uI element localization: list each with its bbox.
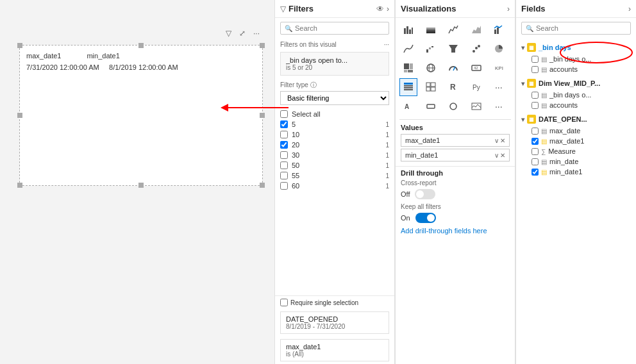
filter-value-30[interactable]: 30 1 <box>280 150 389 160</box>
field-dim-bin-days-checkbox[interactable] <box>531 92 539 99</box>
resize-bm[interactable] <box>138 183 144 188</box>
resize-tl[interactable] <box>17 43 22 48</box>
ribbon-chart-icon[interactable] <box>399 40 417 58</box>
scatter-icon[interactable] <box>467 40 485 58</box>
filter-value-60[interactable]: 60 1 <box>280 181 389 191</box>
viz-chevron-icon[interactable]: › <box>507 4 510 13</box>
dim-view-expand-icon: ▾ <box>521 80 524 87</box>
field-bin-days-o-checkbox[interactable] <box>531 56 539 63</box>
filter-value-55[interactable]: 55 1 <box>280 170 389 181</box>
text-box-icon[interactable]: A <box>399 97 417 115</box>
area-chart-icon[interactable] <box>467 21 485 38</box>
field-max-date1-checkbox[interactable] <box>531 138 539 145</box>
button-icon[interactable] <box>422 97 440 115</box>
stacked-bar-icon[interactable] <box>422 21 440 38</box>
filter-20-checkbox[interactable] <box>280 141 288 149</box>
remove-field-icon-2[interactable]: ✕ <box>500 152 505 159</box>
filter-60-checkbox[interactable] <box>280 182 288 190</box>
focus-icon[interactable]: ⤢ <box>237 28 248 39</box>
date-opened-filter[interactable]: DATE_OPENED 8/1/2019 - 7/31/2020 <box>280 311 389 334</box>
resize-bl[interactable] <box>17 183 22 188</box>
filter-55-checkbox[interactable] <box>280 172 288 179</box>
image-icon[interactable] <box>467 97 485 115</box>
table-icon[interactable] <box>399 78 417 96</box>
filter-50-checkbox[interactable] <box>280 161 288 169</box>
field-measure-checkbox[interactable] <box>531 148 539 155</box>
resize-mr[interactable] <box>260 113 265 118</box>
filters-search-box[interactable]: 🔍 <box>280 22 389 35</box>
require-single-checkbox[interactable] <box>280 299 288 306</box>
field-dim-accounts-checkbox[interactable] <box>531 102 539 109</box>
line-chart-icon[interactable] <box>444 21 462 38</box>
filters-search-input[interactable] <box>295 24 385 32</box>
filter-30-checkbox[interactable] <box>280 151 288 159</box>
field-group-dim-view: ▾ ▦ Dim View_MID_P... ▤ _bin days o... ▤… <box>516 76 636 112</box>
filter-5-checkbox[interactable] <box>280 120 288 128</box>
chevron-down-icon-2[interactable]: ∨ <box>494 152 499 159</box>
min-date-icon: ▤ <box>541 158 547 165</box>
field-min-date-checkbox[interactable] <box>531 158 539 165</box>
kpi-icon[interactable]: KPI <box>490 59 508 77</box>
field-max-date-checkbox[interactable] <box>531 128 539 135</box>
pie-chart-icon[interactable] <box>490 40 508 58</box>
resize-tr[interactable] <box>260 43 265 48</box>
max-date1-icon: ▤ <box>541 138 547 145</box>
treemap-icon[interactable] <box>399 59 417 77</box>
resize-ml[interactable] <box>17 113 22 118</box>
viz-field-max-date1-label: max_date1 <box>405 136 494 144</box>
card-icon[interactable]: 42 <box>467 59 485 77</box>
on-label: On <box>401 214 410 222</box>
field-min-date1-checkbox[interactable] <box>531 169 539 176</box>
filter-10-checkbox[interactable] <box>280 131 288 138</box>
filter-icon[interactable]: ▽ <box>222 28 234 39</box>
combo-chart-icon[interactable] <box>490 21 508 38</box>
dim-field-icon: ▤ <box>541 92 547 99</box>
fields-search-box[interactable]: 🔍 <box>521 22 631 35</box>
keep-filters-toggle-thumb <box>427 214 435 222</box>
filters-chevron-icon[interactable]: › <box>387 4 389 13</box>
remove-field-icon[interactable]: ✕ <box>500 137 505 144</box>
more-icon[interactable]: ··· <box>251 28 262 39</box>
more-visuals-icon[interactable]: ··· <box>490 78 508 96</box>
viz-field-min-date1[interactable]: min_date1 ∨ ✕ <box>401 149 510 161</box>
select-all-checkbox[interactable] <box>280 110 288 118</box>
dim-view-group-header[interactable]: ▾ ▦ Dim View_MID_P... <box>516 77 636 90</box>
filter-value-50[interactable]: 50 1 <box>280 160 389 170</box>
shape-icon[interactable] <box>444 97 462 115</box>
svg-rect-3 <box>406 26 408 34</box>
filter-value-5[interactable]: 5 1 <box>280 119 389 129</box>
field-accounts-checkbox[interactable] <box>531 66 539 73</box>
filters-eye-icon[interactable]: 👁 <box>376 4 384 13</box>
r-visual-icon[interactable]: R <box>444 78 462 96</box>
keep-filters-toggle[interactable] <box>415 213 436 223</box>
resize-tm[interactable] <box>138 43 144 48</box>
matrix-icon[interactable] <box>422 78 440 96</box>
fields-search-input[interactable] <box>536 24 626 32</box>
filter-value-10[interactable]: 10 1 <box>280 129 389 140</box>
python-icon[interactable]: Py <box>467 78 485 96</box>
date-open-label: DATE_OPEN... <box>539 115 587 123</box>
viz-field-max-date1[interactable]: max_date1 ∨ ✕ <box>401 134 510 147</box>
max-date1-filter[interactable]: max_date1 is (All) <box>280 339 389 361</box>
resize-br[interactable] <box>260 183 265 188</box>
cross-report-toggle[interactable] <box>415 189 435 199</box>
filters-more-icon[interactable]: ··· <box>384 41 389 48</box>
funnel-icon[interactable] <box>444 40 462 58</box>
active-filter-item[interactable]: _bin days open to... is 5 or 20 <box>280 52 389 76</box>
bin-days-group-header[interactable]: ▾ ▦ _bin days <box>516 41 636 54</box>
map-icon[interactable] <box>422 59 440 77</box>
date-open-group-header[interactable]: ▾ ▦ DATE_OPEN... <box>516 113 636 126</box>
chevron-down-icon[interactable]: ∨ <box>494 137 499 144</box>
svg-rect-42 <box>427 104 435 108</box>
add-drillthrough-label[interactable]: Add drill-through fields here <box>401 227 510 235</box>
bar-chart-icon[interactable] <box>399 21 417 38</box>
field-max-date: ▤ max_date <box>516 126 636 136</box>
filter-type-select[interactable]: Basic filtering <box>280 91 389 105</box>
filter-value-20[interactable]: 20 1 <box>280 140 389 150</box>
select-all-item[interactable]: Select all <box>280 109 389 119</box>
gauge-icon[interactable] <box>444 59 462 77</box>
waterfall-icon[interactable] <box>422 40 440 58</box>
svg-text:KPI: KPI <box>495 65 503 71</box>
fields-chevron-icon[interactable]: › <box>628 4 631 13</box>
more-icon-2[interactable]: ··· <box>490 97 508 115</box>
